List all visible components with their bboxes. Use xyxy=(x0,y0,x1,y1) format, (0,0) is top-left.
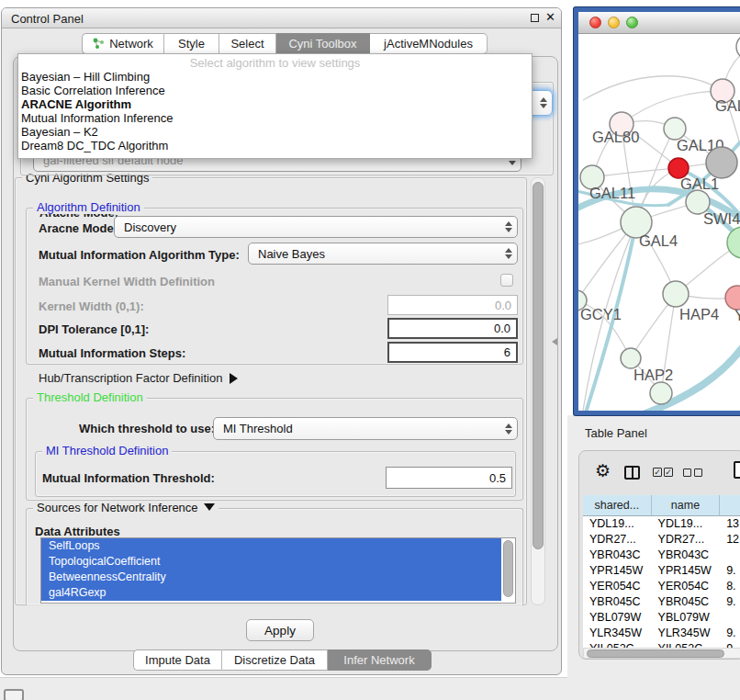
kernel-width-field[interactable]: 0.0 xyxy=(387,295,518,315)
combo-arrows-icon xyxy=(500,423,517,435)
mi-threshold-field[interactable]: 0.5 xyxy=(386,467,512,489)
dpi-tolerance-field[interactable]: 0.0 xyxy=(387,318,518,339)
split-columns-icon[interactable] xyxy=(624,466,640,480)
network-window-titlebar[interactable] xyxy=(578,12,740,34)
table-hscrollbar[interactable] xyxy=(583,648,740,659)
mi-type-label: Mutual Information Algorithm Type: xyxy=(39,248,240,262)
tab-style[interactable]: Style xyxy=(164,33,219,54)
algorithm-option[interactable]: Dream8 DC_TDC Algorithm xyxy=(18,139,532,152)
gear-icon[interactable]: ⚙ xyxy=(595,462,611,480)
table-cell: 8. xyxy=(720,579,740,594)
column-header[interactable]: shared... xyxy=(583,495,652,516)
table-row[interactable]: YIL052CYIL052C9. xyxy=(583,641,740,648)
sources-title: Sources for Network Inference xyxy=(37,501,198,514)
network-node-label: GAL80 xyxy=(592,129,639,145)
float-window-icon[interactable] xyxy=(531,14,539,22)
which-threshold-label: Which threshold to use: xyxy=(79,422,215,435)
table-panel-window: ⚙ ✓✓ shared... name YDL19...YDL19...13YD… xyxy=(578,450,740,660)
mi-type-select[interactable]: Naive Bayes xyxy=(248,243,518,265)
network-node-label: GAL11 xyxy=(589,185,635,201)
algorithm-option[interactable]: Bayesian – Hill Climbing xyxy=(18,70,532,84)
column-header[interactable] xyxy=(720,495,740,516)
mi-steps-label: Mutual Information Steps: xyxy=(39,346,185,360)
network-node[interactable] xyxy=(621,348,641,368)
network-node[interactable] xyxy=(727,227,740,258)
which-threshold-select[interactable]: MI Threshold xyxy=(213,417,518,440)
network-canvas[interactable]: GALGAL80GAL10GAL1GAL11SWI4GAL4GCY1HAP4YH… xyxy=(578,34,740,411)
mi-threshold-value: 0.5 xyxy=(489,471,511,485)
close-window-icon[interactable] xyxy=(589,17,601,28)
table-row[interactable]: YLR345WYLR345W9. xyxy=(583,626,740,641)
attribute-list-item[interactable]: BetweennessCentrality xyxy=(41,570,501,585)
tab-jactivemnodules[interactable]: jActiveMNodules xyxy=(370,33,488,54)
new-table-icon[interactable] xyxy=(734,461,740,479)
table-row[interactable]: YER054CYER054C8. xyxy=(583,579,740,594)
table-cell: YIL052C xyxy=(583,641,652,648)
partial-taskbar-icon[interactable] xyxy=(4,689,24,700)
table-row[interactable]: YPR145WYPR145W9. xyxy=(583,563,740,579)
attribute-list-item[interactable]: SelfLoops xyxy=(41,538,501,554)
algorithm-option[interactable]: Mutual Information Inference xyxy=(18,111,532,125)
sources-title-row[interactable]: Sources for Network Inference xyxy=(33,502,219,514)
algorithm-definition-title: Algorithm Definition xyxy=(33,201,144,214)
table-row[interactable]: YDR27...YDR27...12 xyxy=(583,532,740,548)
table-row[interactable]: YBR043CYBR043C xyxy=(583,548,740,563)
table-row[interactable]: YBL079WYBL079W xyxy=(583,610,740,626)
tab-label: Impute Data xyxy=(145,653,210,667)
table-cell: YPR145W xyxy=(652,563,721,579)
table-cell xyxy=(720,548,740,563)
dropdown-items: Bayesian – Hill ClimbingBasic Correlatio… xyxy=(18,70,532,152)
splitter-collapse-icon[interactable] xyxy=(552,338,557,345)
network-node-label: GAL xyxy=(715,97,740,114)
hide-columns-icon[interactable] xyxy=(683,469,702,482)
table-cell: YPR145W xyxy=(583,563,652,579)
aracne-mode-label2: Aracne Mode: xyxy=(39,221,118,235)
algorithm-option[interactable]: Bayesian – K2 xyxy=(18,125,532,139)
network-node[interactable] xyxy=(706,147,737,178)
table-cell: 9. xyxy=(720,641,740,648)
kernel-width-value: 0.0 xyxy=(495,299,517,312)
table-cell: YBR045C xyxy=(583,594,652,610)
list-scrollbar-thumb[interactable] xyxy=(503,540,513,597)
mi-steps-value: 6 xyxy=(504,345,516,359)
column-header[interactable]: name xyxy=(652,495,721,516)
close-panel-icon[interactable]: ✕ xyxy=(545,10,555,24)
algorithm-option[interactable]: Basic Correlation Inference xyxy=(18,84,532,97)
data-attributes-list[interactable]: SelfLoopsTopologicalCoefficientBetweenne… xyxy=(40,537,516,604)
dropdown-placeholder: Select algorithm to view settings xyxy=(18,56,532,70)
tab-label: Network xyxy=(109,37,153,51)
network-node-label: SWI4 xyxy=(703,210,740,227)
combo-arrows-icon xyxy=(500,248,517,259)
tab-cyni-toolbox[interactable]: Cyni Toolbox xyxy=(276,33,370,54)
hub-definition-toggle[interactable]: Hub/Transcription Factor Definition xyxy=(39,371,238,385)
table-cell: YBR045C xyxy=(652,594,721,610)
tab-select[interactable]: Select xyxy=(219,33,276,54)
threshold-definition-title: Threshold Definition xyxy=(33,391,147,404)
tab-impute-data[interactable]: Impute Data xyxy=(133,649,222,671)
tab-network[interactable]: Network xyxy=(82,33,164,54)
attribute-list-item[interactable]: gal4RGexp xyxy=(41,585,501,601)
table-row[interactable]: YDL19...YDL19...13 xyxy=(583,516,740,532)
unchecked-box-icon xyxy=(683,469,691,477)
table-row[interactable]: YBR045CYBR045C9. xyxy=(583,594,740,610)
manual-kernel-checkbox[interactable] xyxy=(500,274,513,287)
show-columns-icon[interactable]: ✓✓ xyxy=(653,468,673,481)
minimize-window-icon[interactable] xyxy=(608,17,620,28)
attribute-list-item[interactable]: TopologicalCoefficient xyxy=(41,554,501,570)
unchecked-box-icon xyxy=(694,469,702,477)
aracne-mode-select[interactable]: Discovery xyxy=(114,216,518,238)
table-cell: YER054C xyxy=(583,579,652,594)
tab-infer-network[interactable]: Infer Network xyxy=(328,649,432,671)
algorithm-option[interactable]: ARACNE Algorithm xyxy=(18,97,532,111)
table-hscrollbar-thumb[interactable] xyxy=(587,649,724,658)
mi-steps-field[interactable]: 6 xyxy=(387,342,518,363)
tab-discretize-data[interactable]: Discretize Data xyxy=(222,649,328,671)
apply-button[interactable]: Apply xyxy=(246,619,314,641)
settings-scrollbar[interactable] xyxy=(531,177,545,605)
network-node[interactable] xyxy=(650,382,672,404)
network-node[interactable] xyxy=(663,281,689,307)
maximize-window-icon[interactable] xyxy=(626,17,638,28)
control-panel-titlebar[interactable]: Control Panel ✕ xyxy=(2,8,561,28)
network-node[interactable] xyxy=(736,34,740,60)
settings-scrollbar-thumb[interactable] xyxy=(533,182,544,549)
